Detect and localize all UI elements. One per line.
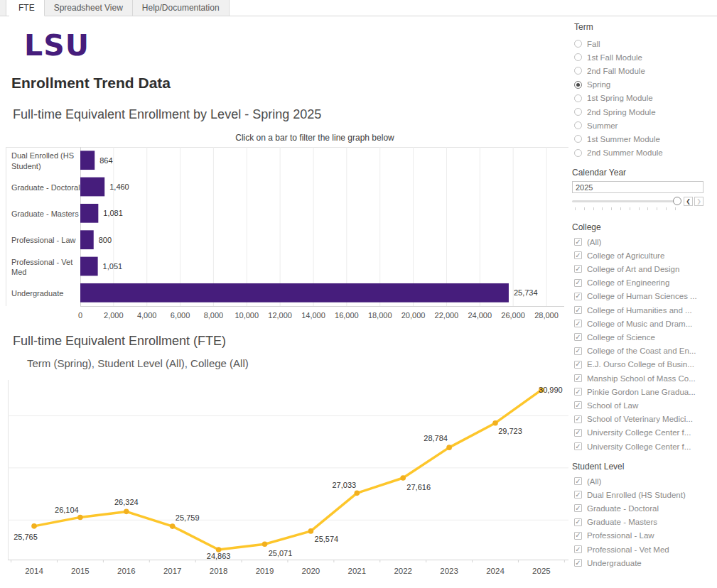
checkbox-checked-icon[interactable]: ✓	[574, 545, 582, 553]
checkbox-checked-icon[interactable]: ✓	[574, 415, 582, 423]
bar-graduate-doctoral[interactable]	[80, 178, 104, 197]
student-level-option-all[interactable]: ✓(All)	[574, 474, 601, 488]
slider-prev-icon[interactable]: ❮	[684, 197, 693, 206]
college-option-university-college-center-f[interactable]: ✓University College Center f...	[574, 426, 691, 440]
x-axis-tick-label: 2022	[394, 567, 412, 575]
tab-help-documentation[interactable]: Help/Documentation	[133, 0, 230, 16]
term-option-2nd-spring-module[interactable]: 2nd Spring Module	[574, 105, 656, 119]
data-point-2020[interactable]	[308, 528, 314, 534]
college-option-e-j-ourso-college-of-busin[interactable]: ✓E.J. Ourso College of Busin...	[574, 358, 694, 371]
college-option-college-of-human-sciences[interactable]: ✓College of Human Sciences ...	[574, 290, 697, 303]
radio-icon[interactable]	[574, 40, 582, 48]
student-level-option-dual-enrolled-hs-student[interactable]: ✓Dual Enrolled (HS Student)	[574, 488, 686, 501]
college-option-college-of-humanities-and[interactable]: ✓College of Humanities and ...	[574, 303, 692, 317]
checkbox-checked-icon[interactable]: ✓	[574, 333, 582, 341]
college-option-college-of-music-and-dram[interactable]: ✓College of Music and Dram...	[574, 317, 692, 330]
page-title: Enrollment Trend Data	[11, 75, 171, 92]
college-option-pinkie-gordon-lane-gradua[interactable]: ✓Pinkie Gordon Lane Gradua...	[574, 385, 696, 398]
checkbox-checked-icon[interactable]: ✓	[574, 442, 582, 450]
checkbox-checked-icon[interactable]: ✓	[574, 320, 582, 327]
term-option-label: 2nd Fall Module	[587, 67, 645, 75]
checkbox-checked-icon[interactable]: ✓	[574, 477, 582, 485]
student-level-option-professional-law[interactable]: ✓Professional - Law	[574, 529, 654, 543]
college-option-all[interactable]: ✓(All)	[574, 235, 601, 249]
data-point-2014[interactable]	[31, 523, 37, 529]
slider-tick	[575, 207, 576, 210]
radio-icon[interactable]	[574, 149, 582, 157]
college-option-college-of-the-coast-and-en[interactable]: ✓College of the Coast and En...	[574, 344, 696, 358]
radio-icon[interactable]	[574, 121, 582, 129]
radio-icon[interactable]	[574, 94, 582, 102]
bar-chart-title: Full-time Equivalent Enrollment by Level…	[13, 107, 321, 122]
checkbox-checked-icon[interactable]: ✓	[574, 374, 582, 382]
data-point-2019[interactable]	[262, 542, 268, 548]
student-level-option-label: Graduate - Masters	[587, 518, 657, 526]
data-point-2021[interactable]	[355, 491, 360, 496]
calendar-year-input[interactable]	[572, 181, 703, 193]
tab-spreadsheet-view[interactable]: Spreadsheet View	[45, 0, 133, 16]
data-point-2024[interactable]	[492, 420, 498, 426]
checkbox-checked-icon[interactable]: ✓	[574, 388, 582, 396]
radio-icon[interactable]	[574, 53, 582, 61]
college-filter-header: College	[572, 222, 601, 232]
student-level-option-professional-vet-med[interactable]: ✓Professional - Vet Med	[574, 543, 669, 556]
radio-icon[interactable]	[574, 135, 582, 143]
checkbox-checked-icon[interactable]: ✓	[574, 504, 582, 512]
checkbox-checked-icon[interactable]: ✓	[574, 518, 582, 526]
college-option-college-of-art-and-design[interactable]: ✓College of Art and Design	[574, 262, 679, 276]
data-point-label: 30,990	[539, 386, 563, 394]
data-point-2017[interactable]	[170, 523, 176, 529]
term-option-spring[interactable]: Spring	[574, 78, 610, 92]
radio-icon[interactable]	[574, 108, 582, 116]
term-option-1st-fall-module[interactable]: 1st Fall Module	[574, 50, 642, 64]
calendar-year-slider-track[interactable]	[572, 200, 676, 202]
checkbox-checked-icon[interactable]: ✓	[574, 279, 582, 287]
bar-graduate-masters[interactable]	[80, 204, 98, 223]
college-option-university-college-center-f[interactable]: ✓University College Center f...	[574, 440, 691, 453]
checkbox-checked-icon[interactable]: ✓	[574, 491, 582, 499]
bar-professional-vet-med[interactable]	[80, 257, 98, 276]
checkbox-checked-icon[interactable]: ✓	[574, 251, 582, 259]
data-point-2016[interactable]	[124, 509, 129, 515]
bar-undergraduate[interactable]	[80, 283, 509, 303]
term-option-2nd-summer-module[interactable]: 2nd Summer Module	[574, 146, 663, 160]
college-option-college-of-agriculture[interactable]: ✓College of Agriculture	[574, 249, 664, 262]
checkbox-checked-icon[interactable]: ✓	[574, 429, 582, 437]
college-option-label: College of Humanities and ...	[587, 306, 692, 315]
checkbox-checked-icon[interactable]: ✓	[574, 293, 582, 300]
x-axis-tick-label: 18,000	[368, 311, 392, 320]
checkbox-checked-icon[interactable]: ✓	[574, 361, 582, 369]
term-option-1st-spring-module[interactable]: 1st Spring Module	[574, 92, 653, 105]
term-option-1st-summer-module[interactable]: 1st Summer Module	[574, 132, 660, 146]
checkbox-checked-icon[interactable]: ✓	[574, 347, 582, 355]
data-point-2023[interactable]	[446, 445, 452, 450]
college-option-manship-school-of-mass-co[interactable]: ✓Manship School of Mass Co...	[574, 371, 696, 385]
data-point-2015[interactable]	[77, 515, 83, 521]
calendar-year-slider-handle[interactable]	[673, 197, 681, 205]
checkbox-checked-icon[interactable]: ✓	[574, 265, 582, 273]
data-point-2022[interactable]	[400, 475, 406, 481]
college-option-college-of-science[interactable]: ✓College of Science	[574, 330, 655, 344]
college-option-label: College of Science	[587, 333, 655, 342]
bar-professional-law[interactable]	[80, 230, 94, 249]
tab-fte[interactable]: FTE	[9, 0, 45, 16]
college-option-college-of-engineering[interactable]: ✓College of Engineering	[574, 276, 669, 290]
bar-dual-enrolled-hs-student[interactable]	[80, 151, 95, 170]
checkbox-checked-icon[interactable]: ✓	[574, 238, 582, 246]
bar-chart[interactable]: 02,0004,0006,0008,00010,00012,00014,0001…	[6, 147, 570, 323]
radio-selected-icon[interactable]	[574, 81, 582, 89]
radio-icon[interactable]	[574, 67, 582, 75]
term-option-summer[interactable]: Summer	[574, 119, 618, 132]
student-level-option-graduate-masters[interactable]: ✓Graduate - Masters	[574, 516, 657, 529]
college-option-school-of-veterinary-medici[interactable]: ✓School of Veterinary Medici...	[574, 413, 693, 426]
student-level-option-graduate-doctoral[interactable]: ✓Graduate - Doctoral	[574, 501, 659, 515]
checkbox-checked-icon[interactable]: ✓	[574, 559, 582, 567]
term-option-2nd-fall-module[interactable]: 2nd Fall Module	[574, 64, 645, 77]
checkbox-checked-icon[interactable]: ✓	[574, 401, 582, 409]
x-axis-tick-label: 16,000	[335, 311, 359, 320]
college-option-school-of-law[interactable]: ✓School of Law	[574, 398, 638, 412]
term-option-fall[interactable]: Fall	[574, 37, 600, 50]
student-level-option-undergraduate[interactable]: ✓Undergraduate	[574, 556, 642, 570]
checkbox-checked-icon[interactable]: ✓	[574, 532, 582, 540]
checkbox-checked-icon[interactable]: ✓	[574, 306, 582, 314]
